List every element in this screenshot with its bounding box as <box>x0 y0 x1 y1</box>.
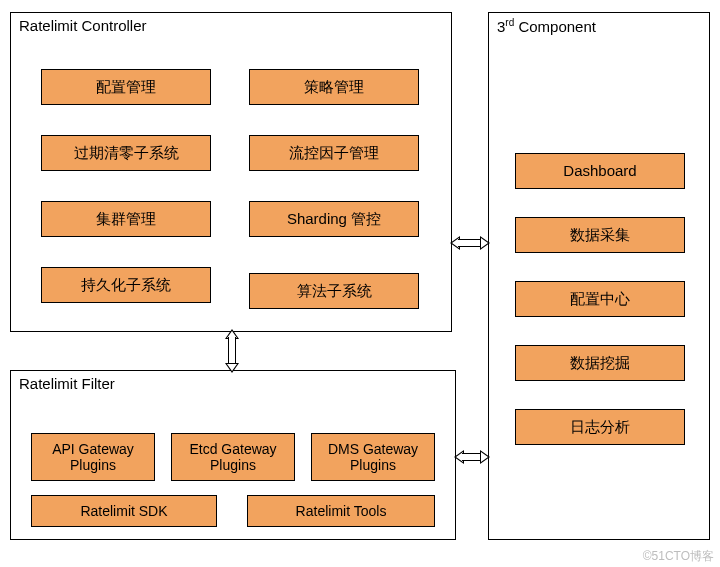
panel-ratelimit-controller: Ratelimit Controller 配置管理 策略管理 过期清零子系统 流… <box>10 12 452 332</box>
arrow-filter-third <box>454 450 490 464</box>
box-etcd-gw-plugins: Etcd Gateway Plugins <box>171 433 295 481</box>
panel-third-component: 3rd Component Dashboard 数据采集 配置中心 数据挖掘 日… <box>488 12 710 540</box>
box-ratelimit-sdk: Ratelimit SDK <box>31 495 217 527</box>
watermark: ©51CTO博客 <box>643 548 714 565</box>
box-ratelimit-tools: Ratelimit Tools <box>247 495 435 527</box>
panel-title-filter: Ratelimit Filter <box>19 375 115 392</box>
box-config-center: 配置中心 <box>515 281 685 317</box>
box-algorithm-subsys: 算法子系统 <box>249 273 419 309</box>
arrow-controller-filter <box>225 329 239 373</box>
box-data-collect: 数据采集 <box>515 217 685 253</box>
box-api-gw-plugins: API Gateway Plugins <box>31 433 155 481</box>
diagram-canvas: Ratelimit Controller 配置管理 策略管理 过期清零子系统 流… <box>0 0 720 567</box>
box-dms-gw-plugins: DMS Gateway Plugins <box>311 433 435 481</box>
third-title-sup: rd <box>505 17 514 28</box>
third-title-suffix: Component <box>514 18 596 35</box>
box-data-mining: 数据挖掘 <box>515 345 685 381</box>
box-expire-clear-subsys: 过期清零子系统 <box>41 135 211 171</box>
box-dashboard: Dashboard <box>515 153 685 189</box>
box-sharding-ctrl: Sharding 管控 <box>249 201 419 237</box>
box-persistence-subsys: 持久化子系统 <box>41 267 211 303</box>
box-cluster-mgmt: 集群管理 <box>41 201 211 237</box>
panel-ratelimit-filter: Ratelimit Filter API Gateway Plugins Etc… <box>10 370 456 540</box>
panel-title-third: 3rd Component <box>497 17 596 35</box>
box-flow-factor-mgmt: 流控因子管理 <box>249 135 419 171</box>
arrow-controller-third <box>450 236 490 250</box>
box-policy-mgmt: 策略管理 <box>249 69 419 105</box>
box-log-analysis: 日志分析 <box>515 409 685 445</box>
panel-title-controller: Ratelimit Controller <box>19 17 147 34</box>
box-config-mgmt: 配置管理 <box>41 69 211 105</box>
